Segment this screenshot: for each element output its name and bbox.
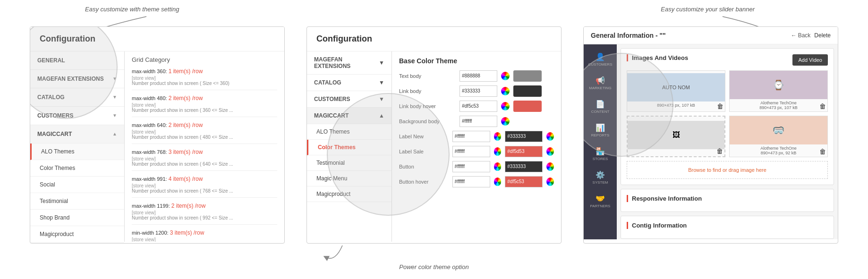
color-picker-icon-1[interactable] — [501, 102, 510, 110]
panel3-left-sidebar: 👤 CUSTOMERS 📢 MARKETING 📄 CONTENT � — [584, 44, 617, 239]
grid-row: min-width 1200: 3 item(s) /row [store vi… — [132, 229, 277, 242]
color-input-2[interactable] — [505, 146, 543, 157]
p2-menu-catalog[interactable]: CATALOG ▼ — [307, 75, 391, 91]
color-input-1[interactable] — [460, 70, 497, 82]
p2-submenu-alo[interactable]: ALO Themes — [307, 124, 391, 140]
color-picker-icon-1[interactable] — [501, 117, 510, 126]
color-input-2[interactable] — [505, 161, 543, 172]
p2-submenu-testimonial[interactable]: Testimonial — [307, 155, 391, 171]
color-picker-icon-1[interactable] — [494, 178, 502, 186]
color-input-1[interactable] — [460, 85, 497, 97]
color-picker-icon-1[interactable] — [501, 72, 510, 80]
menu-magiccart[interactable]: MAGICCART ▲ — [30, 125, 124, 144]
panel3-main: Images And Videos Add Video AUTO NOM — [617, 44, 838, 239]
color-input-1[interactable] — [452, 131, 490, 142]
submenu-color-themes[interactable]: Color Themes — [30, 160, 124, 177]
p2-submenu-color[interactable]: Color Themes — [307, 140, 391, 155]
submenu-alo-themes[interactable]: ALO Themes — [30, 144, 124, 160]
panel3-title: General Information - "" — [591, 32, 666, 39]
color-swatch-1 — [513, 85, 542, 97]
content-icon: 📄 — [596, 100, 605, 109]
p2-submenu-magicproduct[interactable]: Magicproduct — [307, 186, 391, 202]
panel1-rows: max-width 360: 1 item(s) /row [store vie… — [132, 68, 277, 242]
color-input-2[interactable] — [505, 131, 543, 142]
color-input-1[interactable] — [452, 161, 490, 172]
color-swatch-1 — [513, 70, 542, 82]
sidebar-icon-reports[interactable]: 📊 REPORTS — [588, 120, 612, 141]
submenu-shop-brand[interactable]: Shop Brand — [30, 210, 124, 226]
panel2-color-rows: Text bodyLink bodyLink body hoverBackgro… — [399, 70, 554, 187]
color-picker-icon-1[interactable] — [494, 132, 502, 141]
panel1-wrapper: Configuration GENERAL MAGEFAN EXTENSIONS… — [30, 26, 285, 244]
delete-image-4[interactable]: 🗑 — [819, 148, 826, 155]
color-row: Label New — [399, 131, 554, 142]
color-input-1[interactable] — [460, 101, 497, 112]
config-section-title: Contig Information — [627, 222, 828, 229]
submenu-social[interactable]: Social — [30, 177, 124, 193]
panel1-sidebar: GENERAL MAGEFAN EXTENSIONS ▼ CATALOG ▼ C… — [30, 51, 125, 242]
main-container: Easy customize with theme setting Easy c… — [0, 0, 868, 279]
image-info-1: 890×473 px, 107 kB — [627, 101, 725, 109]
grid-row: max-width 1199: 2 item(s) /row [store vi… — [132, 203, 277, 225]
color-picker-icon-2[interactable] — [546, 147, 554, 156]
sidebar-icon-marketing[interactable]: 📢 MARKETING — [588, 73, 612, 94]
menu-general[interactable]: GENERAL — [30, 51, 124, 70]
sidebar-icon-partners[interactable]: 🤝 PARTNERS — [588, 191, 612, 212]
p2-menu-magefan[interactable]: MAGEFAN EXTENSIONS ▼ — [307, 51, 391, 75]
system-icon: ⚙️ — [596, 170, 605, 179]
submenu-magicproduct[interactable]: Magicproduct — [30, 226, 124, 243]
image-cell-1: AUTO NOM 890×473 px, 107 kB 🗑 — [627, 70, 725, 112]
image-cell-4: 🥽 Alotheme TechOne890×473 px, 92 kB 🗑 — [729, 116, 828, 157]
sidebar-icon-content[interactable]: 📄 CONTENT — [588, 96, 612, 118]
stores-icon: 🏪 — [596, 147, 605, 156]
grid-row: max-width 991: 4 item(s) /row [store vie… — [132, 176, 277, 198]
panel1-content: Grid Category max-width 360: 1 item(s) /… — [125, 51, 284, 242]
add-video-button[interactable]: Add Video — [792, 54, 828, 66]
image-cell-3[interactable]: 🖼 🗑 — [627, 116, 725, 157]
delete-image-2[interactable]: 🗑 — [819, 102, 826, 110]
color-picker-icon-1[interactable] — [501, 87, 510, 95]
color-row: Button hover — [399, 176, 554, 187]
color-input-1[interactable] — [452, 146, 490, 157]
menu-catalog[interactable]: CATALOG ▼ — [30, 88, 124, 107]
panel1-header: Configuration — [30, 27, 284, 51]
panel1: Configuration GENERAL MAGEFAN EXTENSIONS… — [30, 26, 285, 244]
base-color-title: Base Color Theme — [399, 57, 554, 65]
color-picker-icon-2[interactable] — [546, 178, 554, 186]
bottom-center-label: Power color theme option — [399, 263, 468, 271]
color-input-1[interactable] — [460, 116, 497, 127]
menu-customers[interactable]: CUSTOMERS ▼ — [30, 107, 124, 125]
partners-icon: 🤝 — [596, 194, 605, 203]
color-picker-icon-1[interactable] — [494, 162, 502, 171]
image-thumb-2: ⌚ — [730, 71, 827, 99]
menu-magefan[interactable]: MAGEFAN EXTENSIONS ▼ — [30, 70, 124, 88]
panel2: Configuration MAGEFAN EXTENSIONS ▼ CATAL… — [306, 26, 562, 244]
color-input-1[interactable] — [452, 176, 490, 187]
sidebar-icon-system[interactable]: ⚙️ SYSTEM — [588, 167, 612, 188]
delete-image-3[interactable]: 🗑 — [716, 147, 723, 155]
image-info-4: Alotheme TechOne890×473 px, 92 kB — [730, 144, 827, 157]
delete-button[interactable]: Delete — [814, 32, 831, 39]
color-picker-icon-2[interactable] — [546, 132, 554, 141]
images-section-header: Images And Videos Add Video — [627, 54, 828, 66]
p2-menu-customers[interactable]: CUSTOMERS ▼ — [307, 91, 391, 108]
sidebar-icon-customers[interactable]: 👤 CUSTOMERS — [588, 49, 612, 70]
submenu-testimonial[interactable]: Testimonial — [30, 193, 124, 210]
color-picker-icon-2[interactable] — [546, 162, 554, 171]
color-row: Text body — [399, 70, 554, 82]
color-swatch-1 — [513, 101, 542, 112]
panel3-header: General Information - "" ← Back Delete — [584, 27, 838, 44]
back-button[interactable]: ← Back — [791, 32, 811, 39]
sidebar-icon-stores[interactable]: 🏪 STORES — [588, 144, 612, 165]
reports-icon: 📊 — [596, 123, 605, 132]
delete-image-1[interactable]: 🗑 — [717, 102, 723, 110]
panel2-header: Configuration — [307, 27, 561, 51]
color-input-2[interactable] — [505, 176, 543, 187]
responsive-section: Responsive Information — [621, 189, 834, 212]
p2-menu-magiccart[interactable]: MAGICCART ▲ — [307, 108, 391, 124]
customers-icon: 👤 — [596, 52, 605, 61]
color-picker-icon-1[interactable] — [494, 147, 502, 156]
chevron-catalog: ▼ — [112, 94, 117, 100]
browse-drag-area[interactable]: Browse to find or drag image here — [627, 161, 828, 179]
p2-submenu-magic-menu[interactable]: Magic Menu — [307, 171, 391, 186]
